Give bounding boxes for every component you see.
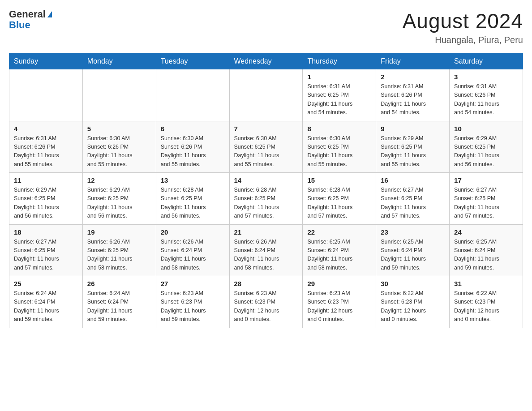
day-number: 18 — [14, 228, 78, 236]
day-number: 2 — [381, 73, 445, 81]
page-header: General Blue August 2024 Huangala, Piura… — [9, 9, 523, 45]
week-row-1: 1Sunrise: 6:31 AMSunset: 6:25 PMDaylight… — [9, 69, 523, 121]
day-info: Sunrise: 6:24 AMSunset: 6:24 PMDaylight:… — [87, 289, 151, 324]
day-info: Sunrise: 6:26 AMSunset: 6:24 PMDaylight:… — [161, 238, 225, 273]
calendar-cell: 5Sunrise: 6:30 AMSunset: 6:26 PMDaylight… — [82, 121, 156, 173]
title-block: August 2024 Huangala, Piura, Peru — [403, 9, 523, 45]
day-info: Sunrise: 6:28 AMSunset: 6:25 PMDaylight:… — [234, 186, 298, 221]
day-number: 19 — [87, 228, 151, 236]
day-number: 8 — [307, 125, 371, 133]
day-number: 24 — [454, 228, 518, 236]
calendar-cell: 3Sunrise: 6:31 AMSunset: 6:26 PMDaylight… — [450, 69, 523, 121]
weekday-header-saturday: Saturday — [450, 54, 523, 69]
day-info: Sunrise: 6:29 AMSunset: 6:25 PMDaylight:… — [87, 186, 151, 221]
day-number: 4 — [14, 125, 78, 133]
day-info: Sunrise: 6:27 AMSunset: 6:25 PMDaylight:… — [454, 186, 518, 221]
weekday-header-sunday: Sunday — [9, 54, 83, 69]
day-number: 17 — [454, 176, 518, 184]
calendar-cell: 6Sunrise: 6:30 AMSunset: 6:26 PMDaylight… — [156, 121, 229, 173]
day-number: 12 — [87, 176, 151, 184]
calendar-cell: 25Sunrise: 6:24 AMSunset: 6:24 PMDayligh… — [9, 276, 83, 328]
day-number: 22 — [307, 228, 371, 236]
weekday-header-thursday: Thursday — [303, 54, 376, 69]
day-info: Sunrise: 6:28 AMSunset: 6:25 PMDaylight:… — [307, 186, 371, 221]
day-info: Sunrise: 6:27 AMSunset: 6:25 PMDaylight:… — [381, 186, 445, 221]
day-number: 30 — [381, 280, 445, 287]
day-number: 6 — [161, 125, 225, 133]
logo-blue-text: Blue — [9, 20, 52, 30]
day-number: 7 — [234, 125, 298, 133]
day-info: Sunrise: 6:23 AMSunset: 6:23 PMDaylight:… — [234, 289, 298, 324]
day-info: Sunrise: 6:30 AMSunset: 6:26 PMDaylight:… — [87, 134, 151, 169]
day-number: 28 — [234, 280, 298, 287]
week-row-5: 25Sunrise: 6:24 AMSunset: 6:24 PMDayligh… — [9, 276, 523, 328]
day-info: Sunrise: 6:22 AMSunset: 6:23 PMDaylight:… — [381, 289, 445, 324]
calendar-cell: 23Sunrise: 6:25 AMSunset: 6:24 PMDayligh… — [376, 224, 450, 276]
weekday-header-tuesday: Tuesday — [156, 54, 229, 69]
day-info: Sunrise: 6:28 AMSunset: 6:25 PMDaylight:… — [161, 186, 225, 221]
calendar-cell — [82, 69, 156, 121]
calendar-cell: 30Sunrise: 6:22 AMSunset: 6:23 PMDayligh… — [376, 276, 450, 328]
location-title: Huangala, Piura, Peru — [403, 35, 523, 45]
day-info: Sunrise: 6:31 AMSunset: 6:26 PMDaylight:… — [14, 134, 78, 169]
day-number: 15 — [307, 176, 371, 184]
day-number: 16 — [381, 176, 445, 184]
weekday-header-row: SundayMondayTuesdayWednesdayThursdayFrid… — [9, 54, 523, 69]
calendar-cell: 20Sunrise: 6:26 AMSunset: 6:24 PMDayligh… — [156, 224, 229, 276]
day-info: Sunrise: 6:23 AMSunset: 6:23 PMDaylight:… — [307, 289, 371, 324]
week-row-3: 11Sunrise: 6:29 AMSunset: 6:25 PMDayligh… — [9, 173, 523, 225]
calendar-cell: 8Sunrise: 6:30 AMSunset: 6:25 PMDaylight… — [303, 121, 376, 173]
day-info: Sunrise: 6:29 AMSunset: 6:25 PMDaylight:… — [381, 134, 445, 169]
day-info: Sunrise: 6:31 AMSunset: 6:26 PMDaylight:… — [381, 82, 445, 117]
day-info: Sunrise: 6:25 AMSunset: 6:24 PMDaylight:… — [307, 238, 371, 273]
calendar-cell: 29Sunrise: 6:23 AMSunset: 6:23 PMDayligh… — [303, 276, 376, 328]
day-info: Sunrise: 6:30 AMSunset: 6:25 PMDaylight:… — [307, 134, 371, 169]
calendar-cell: 10Sunrise: 6:29 AMSunset: 6:25 PMDayligh… — [450, 121, 523, 173]
logo-general-text: General — [9, 9, 46, 20]
day-info: Sunrise: 6:29 AMSunset: 6:25 PMDaylight:… — [14, 186, 78, 221]
calendar-cell: 13Sunrise: 6:28 AMSunset: 6:25 PMDayligh… — [156, 173, 229, 225]
calendar-cell: 26Sunrise: 6:24 AMSunset: 6:24 PMDayligh… — [82, 276, 156, 328]
calendar-cell: 21Sunrise: 6:26 AMSunset: 6:24 PMDayligh… — [229, 224, 303, 276]
day-info: Sunrise: 6:23 AMSunset: 6:23 PMDaylight:… — [161, 289, 225, 324]
day-number: 10 — [454, 125, 518, 133]
week-row-2: 4Sunrise: 6:31 AMSunset: 6:26 PMDaylight… — [9, 121, 523, 173]
day-number: 13 — [161, 176, 225, 184]
day-number: 20 — [161, 228, 225, 236]
day-info: Sunrise: 6:30 AMSunset: 6:26 PMDaylight:… — [161, 134, 225, 169]
calendar-cell: 1Sunrise: 6:31 AMSunset: 6:25 PMDaylight… — [303, 69, 376, 121]
calendar-cell: 22Sunrise: 6:25 AMSunset: 6:24 PMDayligh… — [303, 224, 376, 276]
day-info: Sunrise: 6:22 AMSunset: 6:23 PMDaylight:… — [454, 289, 518, 324]
calendar-cell: 15Sunrise: 6:28 AMSunset: 6:25 PMDayligh… — [303, 173, 376, 225]
month-title: August 2024 — [403, 9, 523, 33]
calendar-cell: 19Sunrise: 6:26 AMSunset: 6:25 PMDayligh… — [82, 224, 156, 276]
calendar-cell: 12Sunrise: 6:29 AMSunset: 6:25 PMDayligh… — [82, 173, 156, 225]
calendar-table: SundayMondayTuesdayWednesdayThursdayFrid… — [9, 53, 523, 328]
day-number: 23 — [381, 228, 445, 236]
calendar-cell — [229, 69, 303, 121]
day-number: 26 — [87, 280, 151, 287]
day-number: 31 — [454, 280, 518, 287]
weekday-header-monday: Monday — [82, 54, 156, 69]
day-number: 14 — [234, 176, 298, 184]
day-info: Sunrise: 6:29 AMSunset: 6:25 PMDaylight:… — [454, 134, 518, 169]
day-info: Sunrise: 6:27 AMSunset: 6:25 PMDaylight:… — [14, 238, 78, 273]
day-info: Sunrise: 6:25 AMSunset: 6:24 PMDaylight:… — [454, 238, 518, 273]
day-number: 3 — [454, 73, 518, 81]
calendar-cell: 16Sunrise: 6:27 AMSunset: 6:25 PMDayligh… — [376, 173, 450, 225]
calendar-cell: 2Sunrise: 6:31 AMSunset: 6:26 PMDaylight… — [376, 69, 450, 121]
day-info: Sunrise: 6:26 AMSunset: 6:25 PMDaylight:… — [87, 238, 151, 273]
day-info: Sunrise: 6:24 AMSunset: 6:24 PMDaylight:… — [14, 289, 78, 324]
day-number: 25 — [14, 280, 78, 287]
calendar-cell: 14Sunrise: 6:28 AMSunset: 6:25 PMDayligh… — [229, 173, 303, 225]
weekday-header-friday: Friday — [376, 54, 450, 69]
day-number: 1 — [307, 73, 371, 81]
weekday-header-wednesday: Wednesday — [229, 54, 303, 69]
calendar-cell: 9Sunrise: 6:29 AMSunset: 6:25 PMDaylight… — [376, 121, 450, 173]
calendar-cell — [9, 69, 83, 121]
day-info: Sunrise: 6:30 AMSunset: 6:25 PMDaylight:… — [234, 134, 298, 169]
day-info: Sunrise: 6:31 AMSunset: 6:25 PMDaylight:… — [307, 82, 371, 117]
calendar-cell: 28Sunrise: 6:23 AMSunset: 6:23 PMDayligh… — [229, 276, 303, 328]
day-number: 29 — [307, 280, 371, 287]
calendar-cell: 4Sunrise: 6:31 AMSunset: 6:26 PMDaylight… — [9, 121, 83, 173]
